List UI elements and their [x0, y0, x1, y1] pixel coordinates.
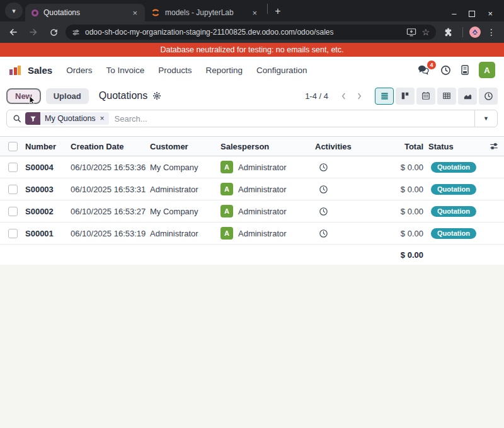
sliders-icon: [490, 142, 498, 151]
status-badge: Quotation: [431, 206, 476, 217]
column-header-salesperson[interactable]: Salesperson: [220, 142, 315, 151]
new-button[interactable]: New: [6, 88, 41, 104]
cell-activities[interactable]: [315, 229, 360, 238]
row-checkbox[interactable]: [8, 207, 18, 216]
status-badge: Quotation: [431, 184, 476, 195]
view-switch-graph[interactable]: [458, 88, 477, 105]
upload-button[interactable]: Upload: [46, 88, 89, 104]
view-switch-list[interactable]: [375, 88, 394, 105]
cell-customer: Administrator: [150, 185, 220, 194]
chevron-left-icon: [341, 92, 346, 100]
nav-item-configuration[interactable]: Configuration: [256, 66, 307, 75]
tab-close-icon[interactable]: ×: [131, 8, 139, 18]
install-app-icon: [406, 28, 416, 37]
page-title-breadcrumb[interactable]: Quotations: [99, 90, 147, 101]
bookmark-star-button[interactable]: ☆: [421, 27, 430, 37]
cell-customer: Administrator: [150, 229, 220, 238]
new-button-label: New: [15, 91, 32, 101]
nav-item-products[interactable]: Products: [158, 66, 192, 75]
cell-activities[interactable]: [315, 163, 360, 172]
facet-remove-button[interactable]: ×: [100, 115, 105, 122]
search-bar[interactable]: My Quotations × ▼: [6, 110, 498, 127]
tab-search-button[interactable]: ▾: [5, 3, 23, 19]
odoo-app: Sales Orders To Invoice Products Reporti…: [0, 57, 504, 265]
view-actions-button[interactable]: [152, 91, 161, 100]
pager-next-button[interactable]: [352, 90, 367, 103]
row-checkbox[interactable]: [8, 163, 18, 172]
profile-avatar[interactable]: [469, 26, 481, 38]
search-input[interactable]: [115, 114, 474, 124]
view-switch-pivot[interactable]: [437, 88, 456, 105]
column-header-activities[interactable]: Activities: [315, 142, 360, 151]
search-dropdown-toggle[interactable]: ▼: [474, 110, 497, 127]
pager-range: 1-4 / 4: [305, 91, 328, 101]
table-row[interactable]: S00002 06/10/2025 16:53:27 My Company A …: [0, 200, 504, 223]
window-maximize-button[interactable]: [469, 11, 475, 17]
pager-prev-button[interactable]: [336, 90, 352, 103]
new-tab-button[interactable]: +: [270, 4, 285, 19]
app-name-sales[interactable]: Sales: [28, 65, 52, 76]
browser-tab-quotations[interactable]: Quotations ×: [25, 4, 145, 21]
table-row[interactable]: S00001 06/10/2025 16:53:19 Administrator…: [0, 223, 504, 245]
column-header-total[interactable]: Total: [360, 142, 423, 151]
user-avatar[interactable]: A: [479, 62, 495, 78]
salesperson-name: Administrator: [238, 185, 287, 194]
nav-item-orders[interactable]: Orders: [66, 66, 92, 75]
nav-item-reporting[interactable]: Reporting: [206, 66, 243, 75]
facet-label: My Quotations: [45, 114, 96, 123]
mobile-app-button[interactable]: [461, 65, 469, 75]
window-minimize-button[interactable]: –: [452, 9, 456, 18]
cell-activities[interactable]: [315, 207, 360, 216]
cell-activities[interactable]: [315, 185, 360, 194]
view-switch-activity[interactable]: [479, 88, 498, 105]
window-controls: – ×: [452, 9, 500, 21]
reload-button[interactable]: [45, 24, 62, 40]
forward-button[interactable]: [25, 24, 42, 40]
column-header-customer[interactable]: Customer: [150, 142, 220, 151]
odoo-favicon: [32, 9, 38, 16]
apps-menu-icon[interactable]: [9, 64, 21, 76]
kanban-view-icon: [401, 91, 410, 100]
activities-button[interactable]: [440, 65, 451, 76]
extensions-button[interactable]: [440, 24, 456, 40]
tab-close-icon[interactable]: ×: [251, 8, 258, 18]
view-switch-calendar[interactable]: [416, 88, 435, 105]
back-button[interactable]: [5, 24, 21, 40]
optional-columns-button[interactable]: [484, 142, 504, 151]
caret-down-icon: ▼: [483, 115, 489, 122]
row-checkbox[interactable]: [8, 229, 18, 238]
view-switch-kanban[interactable]: [396, 88, 415, 105]
chevron-right-icon: [357, 92, 362, 100]
view-switcher: [375, 88, 498, 105]
url-bar[interactable]: odoo-sh-doc-my-organization-staging-2110…: [66, 25, 436, 40]
mobile-device-icon: [461, 65, 469, 75]
list-view-icon: [380, 91, 389, 101]
neutralized-banner[interactable]: Database neutralized for testing: no ema…: [0, 43, 504, 57]
column-header-number[interactable]: Number: [25, 142, 71, 151]
browser-tab-jupyterlab[interactable]: models - JupyterLab ×: [145, 4, 265, 21]
table-row[interactable]: S00004 06/10/2025 16:53:36 My Company A …: [0, 156, 504, 178]
column-header-status[interactable]: Status: [423, 142, 484, 151]
table-row[interactable]: S00003 06/10/2025 16:53:31 Administrator…: [0, 178, 504, 200]
row-checkbox[interactable]: [8, 185, 18, 194]
cell-customer: My Company: [150, 207, 220, 216]
quotations-table: Number Creation Date Customer Salesperso…: [0, 136, 504, 265]
jupyter-icon: [151, 8, 160, 17]
cell-customer: My Company: [150, 163, 220, 172]
column-header-creation-date[interactable]: Creation Date: [71, 142, 150, 151]
select-all-checkbox[interactable]: [8, 142, 18, 151]
cell-salesperson: A Administrator: [220, 227, 315, 240]
cell-total: $ 0.00: [360, 229, 423, 238]
cell-salesperson: A Administrator: [220, 183, 315, 195]
cell-number: S00001: [25, 229, 71, 238]
cell-number: S00002: [25, 207, 71, 216]
site-settings-icon[interactable]: [72, 28, 80, 37]
nav-item-to-invoice[interactable]: To Invoice: [106, 66, 144, 75]
salesperson-name: Administrator: [238, 229, 287, 238]
discuss-button[interactable]: 4: [416, 64, 430, 76]
install-app-button[interactable]: [406, 28, 416, 37]
activity-clock-icon: [319, 185, 328, 194]
browser-menu-button[interactable]: ⋮: [487, 27, 496, 37]
browser-tab-strip: ▾ Quotations × models - JupyterLab × + –…: [0, 0, 504, 21]
window-close-button[interactable]: ×: [488, 9, 493, 18]
